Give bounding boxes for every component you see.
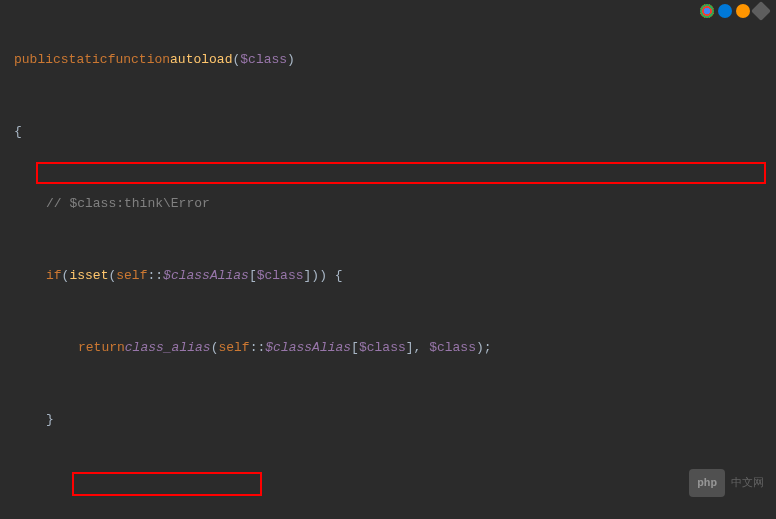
chrome-icon: [700, 4, 714, 18]
brace-open: {: [14, 120, 22, 144]
code-line: }: [0, 408, 776, 432]
function-name: autoload: [170, 48, 232, 72]
code-line: if (isset(self::$classAlias[$class])) {: [0, 264, 776, 288]
variable: $class: [359, 336, 406, 360]
code-line: // $class:think\Error: [0, 192, 776, 216]
property: $classAlias: [163, 264, 249, 288]
function-isset: isset: [69, 264, 108, 288]
watermark: php 中文网: [689, 469, 764, 497]
variable: $class: [257, 264, 304, 288]
edge-icon: [718, 4, 732, 18]
keyword-static: static: [61, 48, 108, 72]
firefox-icon: [736, 4, 750, 18]
keyword-return: return: [78, 336, 125, 360]
function-call: class_alias: [125, 336, 211, 360]
code-line: public static function autoload($class): [0, 48, 776, 72]
keyword-self: self: [116, 264, 147, 288]
keyword-self: self: [218, 336, 249, 360]
diamond-icon: [751, 1, 771, 21]
keyword-function: function: [108, 48, 170, 72]
code-line: {: [0, 120, 776, 144]
parameter: $class: [240, 48, 287, 72]
watermark-text: 中文网: [731, 471, 764, 495]
code-editor[interactable]: public static function autoload($class) …: [0, 0, 776, 519]
browser-icons-tray: [700, 4, 768, 18]
watermark-badge: php: [689, 469, 725, 497]
variable: $class: [429, 336, 476, 360]
keyword-if: if: [46, 264, 62, 288]
property: $classAlias: [265, 336, 351, 360]
code-line: return class_alias(self::$classAlias[$cl…: [0, 336, 776, 360]
brace-close: }: [46, 408, 54, 432]
comment: // $class:think\Error: [46, 192, 210, 216]
code-line-empty: [0, 480, 776, 504]
keyword-public: public: [14, 48, 61, 72]
